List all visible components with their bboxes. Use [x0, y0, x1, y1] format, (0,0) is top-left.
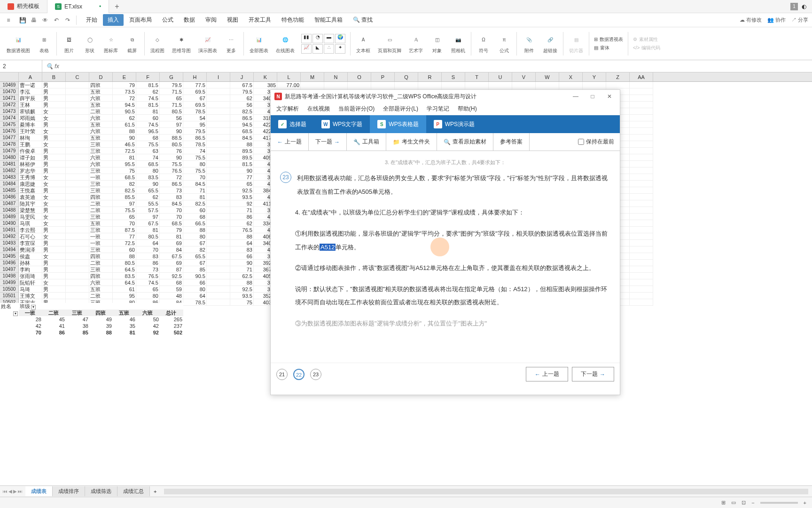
cell[interactable]: 86.5	[183, 135, 207, 141]
group-picture[interactable]: 🖼图片	[60, 33, 78, 54]
cell[interactable]: 97	[136, 214, 160, 220]
cell[interactable]: 男	[42, 286, 66, 293]
cell[interactable]: 75	[113, 167, 136, 174]
group-more[interactable]: ⋯更多	[222, 33, 241, 54]
cell[interactable]: 79	[113, 82, 136, 88]
rtab-layout[interactable]: 页面布局	[125, 14, 156, 26]
col-header[interactable]: T	[465, 72, 489, 81]
cell[interactable]: 林珣	[19, 135, 42, 141]
rtab-data[interactable]: 数据	[179, 14, 200, 26]
row-header[interactable]: 10472	[0, 102, 19, 108]
cell[interactable]	[207, 279, 230, 286]
cell[interactable]: 王林	[19, 102, 42, 108]
cell[interactable]: 五班	[89, 286, 113, 293]
cell[interactable]: 80	[183, 233, 207, 240]
cell[interactable]	[630, 293, 653, 299]
cell[interactable]: 男	[42, 88, 66, 95]
rtab-search[interactable]: 🔍 查找	[348, 14, 377, 26]
row-header[interactable]: 10496	[0, 260, 19, 266]
cell[interactable]	[418, 82, 442, 88]
col-header[interactable]: V	[512, 72, 536, 81]
cell[interactable]: 74	[183, 148, 207, 154]
cell[interactable]	[66, 240, 89, 246]
cell[interactable]: 77	[113, 233, 136, 240]
row-header[interactable]: 10493	[0, 240, 19, 246]
cell[interactable]: 六班	[89, 154, 113, 161]
cell[interactable]: 71.5	[160, 88, 183, 95]
cell[interactable]: 79	[160, 227, 183, 233]
cell[interactable]: 62.5	[230, 273, 254, 279]
cell[interactable]: 68	[183, 214, 207, 220]
cell[interactable]: 四班	[89, 194, 113, 200]
cell[interactable]: 86.5	[230, 115, 254, 121]
cell[interactable]	[207, 128, 230, 135]
cell[interactable]: 女	[42, 194, 66, 200]
row-header[interactable]: 10485	[0, 187, 19, 194]
cell[interactable]	[66, 273, 89, 279]
cell[interactable]: 马琪	[19, 220, 42, 227]
row-header[interactable]: 10470	[0, 88, 19, 95]
cell[interactable]: 65.5	[136, 187, 160, 194]
cell[interactable]: 60	[136, 115, 160, 121]
cell[interactable]	[207, 141, 230, 148]
cell[interactable]: 56	[160, 115, 183, 121]
cell[interactable]	[207, 207, 230, 214]
cell[interactable]	[630, 266, 653, 273]
row-header[interactable]: 10494	[0, 246, 19, 253]
preview-icon[interactable]: 👁	[40, 16, 50, 25]
row-header[interactable]: 10475	[0, 121, 19, 128]
mini-scatter-chart[interactable]: ∴	[324, 44, 334, 54]
cell[interactable]	[66, 227, 89, 233]
cell[interactable]: 62	[136, 194, 160, 200]
cell[interactable]: 61.5	[113, 121, 136, 128]
qnav-21[interactable]: 21	[276, 369, 288, 380]
horizontal-scrollbar[interactable]	[164, 489, 808, 494]
cell[interactable]: 68.5	[136, 161, 160, 167]
cell[interactable]: 62	[230, 95, 254, 102]
cell[interactable]: 57.5	[136, 207, 160, 214]
mini-line-chart[interactable]: 📈	[301, 44, 312, 54]
row-header[interactable]: 10471	[0, 95, 19, 102]
zoom-slider[interactable]	[760, 502, 798, 504]
cell[interactable]: 67	[183, 95, 207, 102]
cell[interactable]: 64	[183, 293, 207, 299]
group-screenshot[interactable]: ⧉截屏	[123, 33, 141, 54]
cell[interactable]	[207, 260, 230, 266]
col-header[interactable]: W	[536, 72, 559, 81]
cell[interactable]: 70	[136, 246, 160, 253]
cell[interactable]	[207, 299, 230, 306]
cell[interactable]	[630, 286, 653, 293]
cell[interactable]: 87.5	[113, 227, 136, 233]
cell[interactable]: 59	[160, 286, 183, 293]
cell[interactable]: 二班	[89, 260, 113, 266]
zoom-in[interactable]: +	[804, 500, 806, 506]
sheet-tab[interactable]: 成绩表	[25, 486, 53, 496]
cell[interactable]	[536, 82, 559, 88]
view-page[interactable]: ▭	[731, 500, 736, 506]
cell[interactable]: 71	[183, 187, 207, 194]
cell[interactable]: 70	[183, 174, 207, 181]
cell[interactable]	[66, 200, 89, 207]
col-header[interactable]: C	[66, 72, 89, 81]
cell[interactable]: 63	[136, 148, 160, 154]
cell[interactable]: 46.5	[113, 141, 136, 148]
cell[interactable]: 81.5	[136, 102, 160, 108]
col-header[interactable]: P	[371, 72, 395, 81]
cell[interactable]: 69	[160, 240, 183, 246]
cell[interactable]: 68.5	[230, 128, 254, 135]
cell[interactable]: 83.5	[113, 273, 136, 279]
cell[interactable]: 72	[160, 174, 183, 181]
row-header[interactable]: 10479	[0, 148, 19, 154]
cell[interactable]: 男	[42, 135, 66, 141]
cell[interactable]	[630, 299, 653, 306]
row-header[interactable]: 10500	[0, 286, 19, 293]
cell[interactable]	[66, 266, 89, 273]
row-header[interactable]: 10482	[0, 167, 19, 174]
cell[interactable]	[207, 227, 230, 233]
group-wordart[interactable]: 𝔸艺术字	[406, 33, 426, 54]
cell[interactable]: 三班	[89, 246, 113, 253]
cell[interactable]	[512, 82, 536, 88]
tab-spreadsheet[interactable]: S ET.xlsx •	[47, 0, 109, 13]
cell[interactable]	[207, 220, 230, 227]
cell[interactable]	[630, 207, 653, 214]
